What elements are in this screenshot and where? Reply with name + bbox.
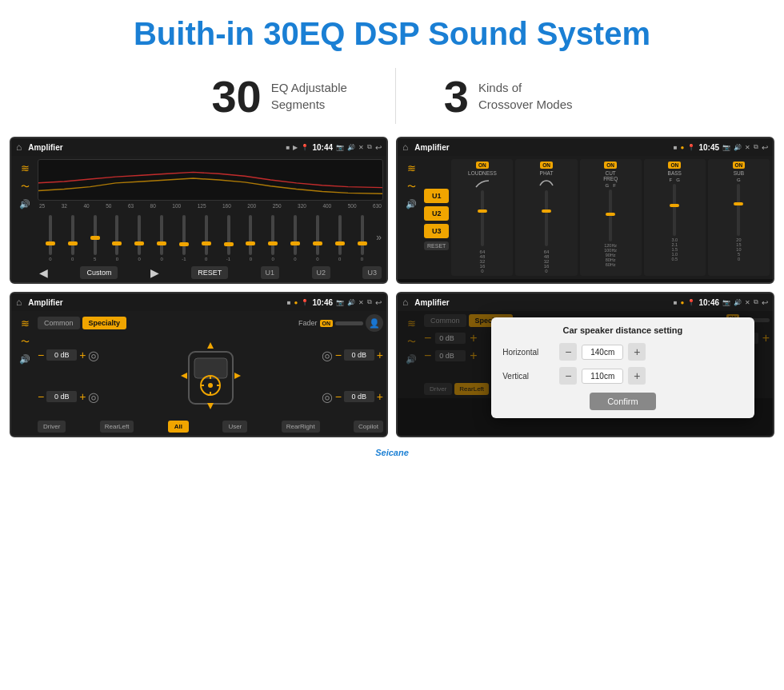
slider-col-9[interactable]: -1: [218, 211, 240, 263]
screen2-home-icon[interactable]: ⌂: [402, 142, 408, 153]
horizontal-minus-btn[interactable]: −: [559, 343, 577, 361]
slider-col-12[interactable]: 0: [284, 211, 306, 263]
stat-label-crossover: Kinds ofCrossover Modes: [478, 79, 573, 113]
slider-col-2[interactable]: 0: [62, 211, 84, 263]
reset-btn[interactable]: RESET: [191, 266, 228, 279]
vol-icon-3[interactable]: 🔊: [19, 354, 30, 365]
eq-controls: ◀ Custom ▶ RESET U1 U2 U3: [38, 263, 383, 279]
copilot-btn-3[interactable]: Copilot: [354, 421, 383, 433]
eq-icon-3[interactable]: ≋: [21, 317, 30, 329]
slider-col-15[interactable]: 0: [351, 211, 374, 263]
plus-br[interactable]: +: [377, 390, 383, 403]
screen4-time: 10:46: [698, 298, 719, 307]
u1-btn[interactable]: U1: [261, 266, 280, 279]
u3-preset-btn[interactable]: U3: [424, 224, 449, 238]
vol-icon-2[interactable]: 🔊: [406, 199, 417, 209]
screen1-time: 10:44: [312, 143, 333, 152]
slider-col-6[interactable]: 0: [150, 211, 173, 263]
screen1-left-icons: ≋ 〜 🔊: [14, 159, 35, 279]
slider-col-8[interactable]: 0: [195, 211, 218, 263]
slider-col-7[interactable]: -1: [173, 211, 195, 263]
xover-reset-btn[interactable]: RESET: [424, 241, 449, 250]
screen2-dot-icon: ●: [681, 144, 685, 151]
confirm-btn[interactable]: Confirm: [590, 393, 656, 410]
stat-block-crossover: 3 Kinds ofCrossover Modes: [396, 70, 621, 122]
vertical-minus-btn[interactable]: −: [559, 367, 577, 385]
eq-prev-btn[interactable]: ◀: [39, 266, 48, 279]
screen1-close-icon: ✕: [358, 144, 364, 151]
scroll-right-icon[interactable]: »: [376, 232, 382, 243]
minus-bl[interactable]: −: [38, 390, 44, 403]
slider-col-13[interactable]: 0: [306, 211, 329, 263]
screen2-title: Amplifier: [414, 143, 670, 152]
screen3-close-icon: ✕: [358, 299, 364, 306]
rearleft-btn-3[interactable]: RearLeft: [100, 421, 134, 433]
driver-btn-3[interactable]: Driver: [38, 421, 66, 433]
vertical-plus-btn[interactable]: +: [628, 367, 646, 385]
slider-col-10[interactable]: 0: [239, 211, 262, 263]
speaker-icon-tr: ◎: [322, 348, 333, 363]
stats-row: 30 EQ AdjustableSegments 3 Kinds ofCross…: [0, 58, 784, 137]
all-btn-3[interactable]: All: [168, 421, 189, 433]
common-tab-3[interactable]: Common: [38, 317, 80, 329]
vol-icon-1[interactable]: 🔊: [19, 199, 30, 209]
screen4-camera-icon: 📷: [722, 299, 730, 306]
slider-col-4[interactable]: 0: [106, 211, 128, 263]
wave-icon-2[interactable]: 〜: [407, 181, 416, 193]
xover-col-phat: ON PHAT 64 48 32 16 0: [515, 159, 577, 276]
eq-icon-2[interactable]: ≋: [407, 162, 416, 174]
u1-preset-btn[interactable]: U1: [424, 189, 449, 203]
screen1-back-icon[interactable]: ↩: [375, 143, 382, 152]
screen1-status-bar: ⌂ Amplifier ■ ▶ 📍 10:44 📷 🔊 ✕ ⧉ ↩: [11, 138, 386, 156]
db-bottom-left: 0 dB: [46, 391, 77, 402]
screen4: ⌂ Amplifier ■ ● 📍 10:46 📷 🔊 ✕ ⧉ ↩ ≋ 〜 🔊 …: [396, 292, 774, 437]
minus-tr[interactable]: −: [335, 349, 342, 361]
screen4-back-icon[interactable]: ↩: [762, 298, 768, 307]
slider-col-3[interactable]: 5: [84, 211, 106, 263]
db-top-left: 0 dB: [46, 349, 77, 361]
screen3-camera-icon: 📷: [336, 299, 344, 306]
svg-point-3: [208, 383, 213, 388]
plus-bl[interactable]: +: [79, 390, 86, 403]
stat-label-eq: EQ AdjustableSegments: [271, 79, 347, 113]
screen3-location-icon: 📍: [301, 299, 309, 306]
horizontal-plus-btn[interactable]: +: [628, 343, 646, 361]
wave-icon-1[interactable]: 〜: [21, 181, 30, 193]
svg-marker-11: [234, 373, 241, 379]
screen1-home-icon[interactable]: ⌂: [16, 142, 22, 153]
slider-col-1[interactable]: 0: [39, 211, 62, 263]
rearright-btn-3[interactable]: RearRight: [282, 421, 320, 433]
svg-marker-9: [207, 403, 214, 409]
speaker-grid: − 0 dB + ◎: [38, 336, 383, 416]
specialty-tab-3[interactable]: Specialty: [82, 317, 127, 329]
dialog-title: Car speaker distance setting: [502, 325, 742, 335]
plus-tr[interactable]: +: [377, 349, 383, 361]
custom-btn[interactable]: Custom: [80, 266, 118, 279]
user-btn-3[interactable]: User: [222, 421, 247, 433]
minus-br[interactable]: −: [335, 390, 342, 403]
slider-col-14[interactable]: 0: [329, 211, 351, 263]
eq-icon-1[interactable]: ≋: [21, 162, 30, 174]
u2-preset-btn[interactable]: U2: [424, 206, 449, 221]
db-bottom-right: 0 dB: [344, 391, 374, 402]
wave-icon-3[interactable]: 〜: [21, 336, 30, 348]
minus-tl[interactable]: −: [38, 349, 44, 361]
screen4-close-icon: ✕: [745, 299, 750, 306]
screen2-back-icon[interactable]: ↩: [762, 143, 768, 152]
user-icon-3[interactable]: 👤: [366, 314, 383, 332]
plus-tl[interactable]: +: [79, 349, 86, 361]
screen3-back-icon[interactable]: ↩: [375, 298, 382, 307]
screen3-top-row: Common Specialty Fader ON 👤: [38, 314, 383, 332]
screen1-location-icon: 📍: [301, 144, 309, 151]
u3-btn[interactable]: U3: [362, 266, 382, 279]
screen2-window-icon: ⧉: [754, 143, 758, 151]
slider-col-11[interactable]: 0: [262, 211, 284, 263]
eq-next-btn[interactable]: ▶: [150, 266, 159, 279]
screen3-home-icon[interactable]: ⌂: [16, 297, 22, 308]
vertical-label: Vertical: [502, 372, 554, 381]
screen4-window-icon: ⧉: [754, 298, 758, 306]
slider-col-5[interactable]: 0: [128, 211, 150, 263]
u2-btn[interactable]: U2: [312, 266, 331, 279]
screen4-home-icon[interactable]: ⌂: [402, 297, 408, 308]
horizontal-label: Horizontal: [502, 348, 554, 357]
